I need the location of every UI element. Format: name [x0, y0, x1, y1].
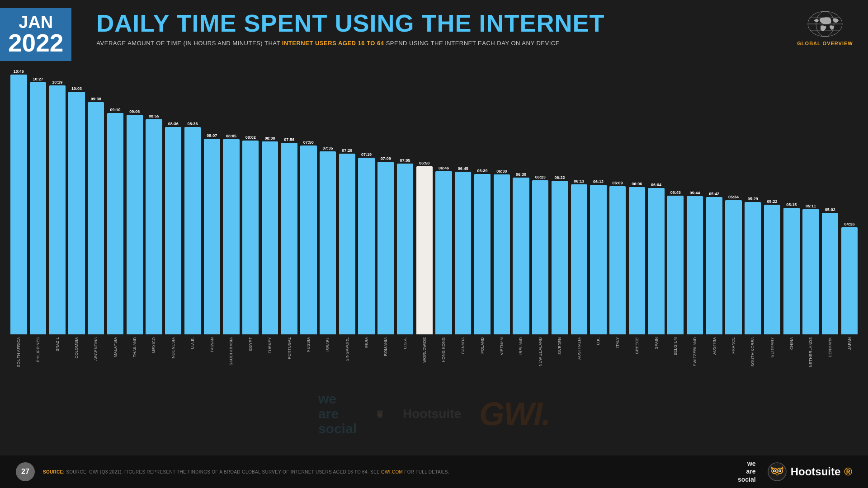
bar-rect	[223, 139, 239, 334]
bar-value-label: 08:05	[226, 134, 236, 138]
bar-group: 07:29	[337, 148, 357, 334]
date-box: JAN 2022	[0, 8, 71, 61]
bar-group: 10:19	[47, 80, 67, 334]
global-overview-label: GLOBAL OVERVIEW	[797, 41, 853, 46]
bar-label: ROMANIA	[376, 336, 396, 383]
bar-country-label: SINGAPORE	[345, 337, 349, 361]
bar-value-label: 07:09	[381, 156, 391, 161]
source-suffix: FOR FULL DETAILS.	[404, 469, 449, 474]
gwi-link: GWI.COM	[381, 469, 403, 474]
bar-label: BELGIUM	[666, 336, 685, 383]
bar-group: 05:42	[704, 192, 724, 334]
bar-group: 06:22	[550, 175, 570, 334]
bar-group: 08:02	[241, 135, 260, 334]
bar-value-label: 07:05	[400, 158, 410, 163]
bar-label: NETHERLANDS	[801, 336, 821, 383]
bar-rect	[358, 158, 374, 334]
bar-group: 05:45	[666, 190, 685, 334]
hootsuite-owl-icon	[767, 462, 787, 482]
bar-label: GERMANY	[763, 336, 782, 383]
bar-country-label: CHINA	[789, 337, 794, 350]
bar-group: 09:06	[125, 109, 144, 334]
bar-group: 08:36	[164, 122, 183, 334]
bar-country-label: SOUTH AFRICA	[16, 337, 21, 367]
bar-country-label: JAPAN	[847, 337, 852, 350]
bar-country-label: NETHERLANDS	[808, 337, 813, 367]
bar-group: 06:45	[453, 166, 473, 334]
bar-country-label: EGYPT	[248, 337, 253, 351]
bar-group: 06:09	[608, 181, 627, 334]
subtitle-suffix: SPEND USING THE INTERNET EACH DAY ON ANY…	[384, 40, 560, 47]
bar-rect	[802, 209, 819, 334]
bar-label: MALAYSIA	[106, 336, 125, 383]
bar-group: 06:13	[569, 179, 589, 334]
page-number: 27	[16, 462, 35, 481]
bar-value-label: 07:29	[342, 148, 352, 153]
svg-point-13	[779, 470, 780, 472]
bar-rect	[648, 188, 664, 334]
bar-value-label: 08:36	[168, 122, 179, 126]
bar-country-label: SAUDI ARABIA	[229, 337, 233, 366]
bar-group: 05:11	[801, 204, 821, 334]
bar-value-label: 06:06	[632, 182, 642, 186]
bar-value-label: 08:55	[149, 114, 159, 118]
bar-label: IRELAND	[511, 336, 531, 383]
bar-label: ISRAEL	[318, 336, 338, 383]
bar-country-label: GERMANY	[770, 337, 774, 357]
bar-rect	[107, 113, 123, 334]
bar-group: 05:15	[782, 202, 801, 334]
bar-rect	[513, 178, 529, 334]
bar-rect	[725, 200, 741, 334]
bar-group: 08:00	[260, 136, 280, 334]
bar-rect	[571, 184, 587, 334]
bar-group: 06:30	[511, 172, 531, 334]
bar-country-label: ISRAEL	[326, 337, 330, 352]
bar-group: 06:06	[627, 182, 647, 334]
bar-country-label: THAILAND	[132, 337, 137, 357]
bar-label: U.K.	[589, 336, 608, 383]
bar-group: 07:35	[318, 146, 338, 334]
bar-label: INDONESIA	[164, 336, 183, 383]
bar-label: BRAZIL	[47, 336, 67, 383]
bar-rect	[262, 141, 278, 334]
bar-value-label: 06:04	[651, 183, 661, 187]
bar-country-label: AUSTRIA	[712, 337, 717, 355]
bar-rect	[377, 162, 394, 334]
bar-group: 06:58	[415, 161, 434, 334]
bar-country-label: MEXICO	[151, 337, 156, 353]
bar-value-label: 06:12	[593, 179, 604, 184]
bar-group: 07:09	[376, 156, 396, 334]
bar-rect	[88, 102, 104, 334]
bar-rect	[532, 180, 548, 334]
bar-label: PORTUGAL	[279, 336, 299, 383]
bar-group: 07:50	[299, 140, 318, 334]
bar-rect	[783, 208, 800, 334]
month-label: JAN	[8, 14, 63, 31]
bar-group: 07:56	[279, 137, 299, 334]
main-title: DAILY TIME SPENT USING THE INTERNET	[96, 10, 787, 36]
bar-value-label: 09:06	[129, 109, 140, 114]
bar-group: 09:38	[86, 97, 106, 334]
bar-country-label: FRANCE	[731, 337, 736, 354]
bar-value-label: 07:56	[284, 137, 294, 142]
bar-value-label: 05:42	[709, 192, 719, 196]
bar-rect	[822, 213, 838, 334]
source-label: SOURCE:	[43, 469, 66, 474]
bar-value-label: 06:22	[554, 175, 565, 180]
bar-country-label: CANADA	[461, 337, 465, 354]
bar-value-label: 10:27	[33, 77, 43, 81]
bar-group: 06:04	[646, 183, 666, 334]
bar-rect	[10, 75, 27, 334]
bar-label: ITALY	[608, 336, 627, 383]
bar-value-label: 10:03	[71, 86, 82, 91]
bar-country-label: SOUTH KOREA	[750, 337, 755, 366]
bar-value-label: 08:36	[187, 122, 198, 126]
source-text: SOURCE: GWI (Q3 2021). FIGURES REPRESENT…	[66, 469, 380, 474]
bar-value-label: 07:35	[323, 146, 333, 150]
bar-rect	[204, 139, 220, 334]
bar-group: 08:55	[144, 114, 164, 334]
bar-country-label: IRELAND	[519, 337, 523, 355]
bar-value-label: 05:34	[728, 195, 739, 199]
bar-group: 08:05	[222, 134, 241, 334]
bar-group: 04:26	[840, 222, 859, 334]
